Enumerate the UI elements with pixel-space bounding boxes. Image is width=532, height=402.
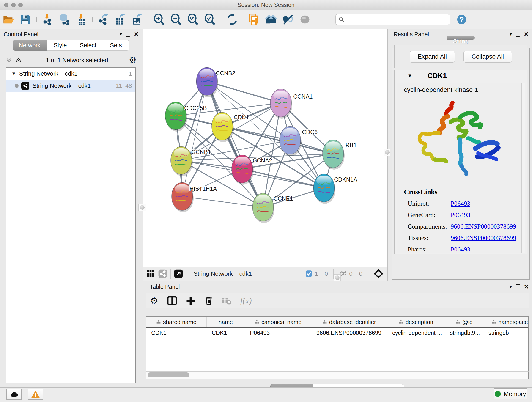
close-panel-icon[interactable]: ✕ <box>134 31 139 37</box>
float-panel-icon[interactable] <box>515 32 520 37</box>
eye-icon[interactable] <box>298 12 312 27</box>
table-cell[interactable]: CDK1 <box>146 328 207 338</box>
crosslink-link[interactable]: 9606.ENSP00000378699 <box>451 223 516 230</box>
network-node-cdkn1a[interactable]: CDKN1A <box>313 174 357 204</box>
panel-menu-icon[interactable]: ▾ <box>510 284 512 289</box>
export-network-icon[interactable] <box>96 12 111 27</box>
close-panel-icon[interactable]: ✕ <box>524 31 529 37</box>
network-canvas[interactable]: CCNB2CCNA1CDC25BCDK1CDC6RB1CCNB1CCNA2CDK… <box>143 29 387 281</box>
table-options-gear-icon[interactable]: ⚙ <box>150 295 158 306</box>
network-node-cdc6[interactable]: CDC6 <box>279 126 317 156</box>
panel-menu-icon[interactable]: ▾ <box>120 32 122 37</box>
column-header-canonical-name[interactable]: canonical name <box>245 317 311 327</box>
network-row[interactable]: String Network – cdk1 11 48 <box>6 80 135 92</box>
import-network-from-database-icon[interactable] <box>57 12 72 27</box>
network-node-ccna2[interactable]: CCNA2 <box>232 155 272 185</box>
import-network-icon[interactable] <box>40 12 55 27</box>
table-toolbar: ⚙ f(x) <box>146 293 529 308</box>
svg-text:?: ? <box>459 15 464 24</box>
first-neighbors-icon[interactable] <box>264 12 278 27</box>
collapse-all-button[interactable]: Collapse All <box>463 51 512 63</box>
add-column-icon[interactable] <box>186 296 196 306</box>
network-edge[interactable] <box>242 169 324 188</box>
table-cell[interactable]: cyclin-dependent ... <box>387 328 445 338</box>
column-header-shared-name[interactable]: shared name <box>146 317 207 327</box>
show-hide-icon[interactable] <box>281 12 295 27</box>
network-collection-row[interactable]: ▼ String Network – cdk1 1 <box>6 68 135 80</box>
network-share-icon[interactable] <box>158 269 167 278</box>
collapse-all-icon[interactable] <box>6 57 12 63</box>
grid-view-icon[interactable] <box>146 269 155 278</box>
apply-layout-icon[interactable] <box>225 12 239 27</box>
memory-button[interactable]: Memory <box>494 389 527 400</box>
table-cell[interactable]: CDK1 <box>207 328 245 338</box>
column-header-namespace[interactable]: namespace <box>483 317 529 327</box>
birds-eye-view-icon[interactable] <box>374 269 383 279</box>
selected-checkbox-icon[interactable] <box>305 270 312 277</box>
table-cell[interactable]: stringdb:9... <box>445 328 483 338</box>
expand-all-icon[interactable] <box>16 57 22 63</box>
clone-network-icon[interactable] <box>247 12 261 27</box>
float-panel-icon[interactable] <box>515 284 520 289</box>
network-node-ccnb1[interactable]: CCNB1 <box>171 147 211 176</box>
column-header-database-identifier[interactable]: database identifier <box>311 317 387 327</box>
zoom-fit-icon[interactable] <box>186 12 201 27</box>
column-header-name[interactable]: name <box>207 317 245 327</box>
collapse-gene-icon[interactable]: ▼ <box>407 73 412 79</box>
warnings-button[interactable] <box>28 389 43 400</box>
crosslink-link[interactable]: P06493 <box>451 211 470 219</box>
table-row[interactable]: CDK1CDK1P064939606.ENSP00000378699cyclin… <box>146 328 528 338</box>
crosslink-link[interactable]: 9606.ENSP00000378699 <box>451 234 516 242</box>
network-graph[interactable]: CCNB2CCNA1CDC25BCDK1CDC6RB1CCNB1CCNA2CDK… <box>143 29 387 267</box>
table-cell[interactable]: 9606.ENSP00000378699 <box>311 328 387 338</box>
tab-string[interactable]: String <box>447 36 475 40</box>
show-columns-icon[interactable] <box>167 296 177 306</box>
left-splitter-handle[interactable] <box>138 204 146 211</box>
search-input[interactable] <box>346 17 447 22</box>
network-edge[interactable] <box>182 81 207 196</box>
tab-sets[interactable]: Sets <box>102 40 129 51</box>
help-button[interactable]: ? <box>456 13 467 26</box>
search-box[interactable] <box>336 14 450 25</box>
column-header-description[interactable]: description <box>387 317 445 327</box>
horizontal-splitter-handle[interactable] <box>334 274 341 281</box>
tab-network[interactable]: Network <box>13 40 47 51</box>
network-node-rb1[interactable]: RB1 <box>323 140 357 170</box>
network-node-ccne1[interactable]: CCNE1 <box>253 193 293 223</box>
node-count: 11 <box>116 82 122 89</box>
import-table-icon[interactable] <box>74 12 89 27</box>
network-node-cdc25b[interactable]: CDC25B <box>165 102 207 132</box>
column-header-id[interactable]: @id <box>445 317 483 327</box>
collapse-collection-icon[interactable]: ▼ <box>12 71 16 76</box>
export-table-icon[interactable] <box>113 12 128 27</box>
tab-select[interactable]: Select <box>74 40 102 51</box>
table-hscrollbar[interactable] <box>146 371 529 379</box>
zoom-selected-icon[interactable] <box>203 12 217 27</box>
table-cell[interactable]: stringdb <box>483 328 529 338</box>
tab-style[interactable]: Style <box>47 40 74 51</box>
zoom-in-icon[interactable] <box>152 12 167 27</box>
network-edge[interactable] <box>182 196 263 207</box>
network-node-ccnb2[interactable]: CCNB2 <box>196 67 235 97</box>
zoom-out-icon[interactable] <box>169 12 184 27</box>
crosslink-link[interactable]: P06493 <box>451 246 470 253</box>
close-panel-icon[interactable]: ✕ <box>524 284 529 290</box>
results-scrollbar[interactable] <box>521 83 525 253</box>
crosslink-link[interactable]: P06493 <box>451 200 470 207</box>
detach-view-icon[interactable] <box>174 269 183 278</box>
hscroll-thumb[interactable] <box>147 372 189 377</box>
save-session-icon[interactable] <box>18 12 33 27</box>
expand-all-button[interactable]: Expand All <box>410 51 455 63</box>
panel-menu-icon[interactable]: ▾ <box>510 32 512 37</box>
table-cell[interactable]: P06493 <box>245 328 311 338</box>
network-node-hist1h1a[interactable]: HIST1H1A <box>172 182 217 212</box>
network-node-cdk1[interactable]: CDK1 <box>212 112 249 142</box>
export-image-icon[interactable] <box>130 12 145 27</box>
cloud-button[interactable] <box>6 389 22 400</box>
delete-column-icon[interactable] <box>204 296 213 305</box>
open-session-icon[interactable] <box>1 12 16 27</box>
float-panel-icon[interactable] <box>126 32 130 37</box>
network-node-ccna1[interactable]: CCNA1 <box>270 89 313 119</box>
network-options-gear-icon[interactable]: ⚙ <box>129 56 137 64</box>
column-label: name <box>219 319 233 325</box>
